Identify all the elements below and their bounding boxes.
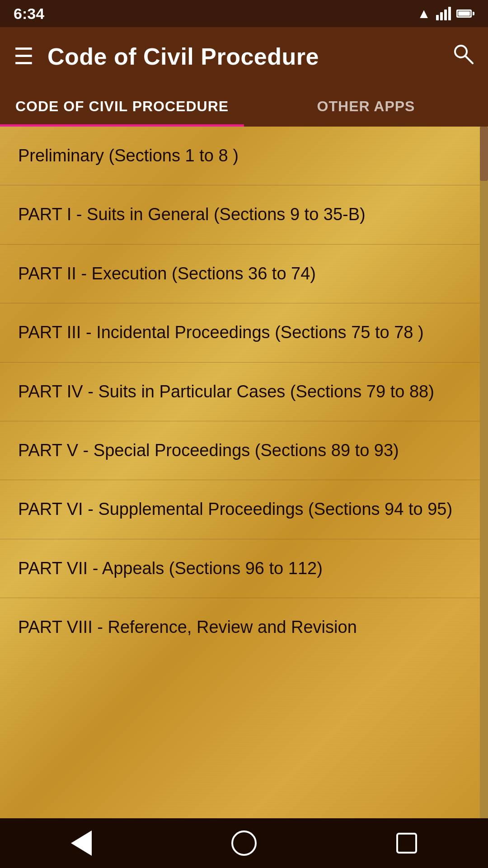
app-bar: ☰ Code of Civil Procedure [0, 27, 488, 86]
list-item-text: PART VIII - Reference, Review and Revisi… [18, 616, 357, 638]
app-title: Code of Civil Procedure [47, 43, 438, 70]
search-icon[interactable] [452, 42, 474, 71]
content-area: Preliminary (Sections 1 to 8 ) PART I - … [0, 127, 488, 818]
sections-list[interactable]: Preliminary (Sections 1 to 8 ) PART I - … [0, 127, 480, 818]
list-background: Preliminary (Sections 1 to 8 ) PART I - … [0, 127, 480, 818]
list-item[interactable]: PART VIII - Reference, Review and Revisi… [0, 598, 480, 656]
status-time: 6:34 [14, 5, 44, 23]
status-icons: ▲ [417, 6, 474, 21]
list-item[interactable]: PART IV - Suits in Particular Cases (Sec… [0, 363, 480, 421]
list-item[interactable]: PART III - Incidental Proceedings (Secti… [0, 303, 480, 362]
list-item-text: PART VI - Supplemental Proceedings (Sect… [18, 498, 452, 520]
recent-icon [396, 833, 417, 854]
list-item[interactable]: PART V - Special Proceedings (Sections 8… [0, 421, 480, 480]
tab-bar: CODE OF CIVIL PROCEDURE OTHER APPS [0, 86, 488, 127]
list-item-text: PART V - Special Proceedings (Sections 8… [18, 439, 399, 462]
list-item[interactable]: PART VII - Appeals (Sections 96 to 112) [0, 539, 480, 598]
tab-code-of-civil-procedure[interactable]: CODE OF CIVIL PROCEDURE [0, 86, 244, 127]
list-item-text: PART I - Suits in General (Sections 9 to… [18, 203, 366, 226]
list-item[interactable]: PART I - Suits in General (Sections 9 to… [0, 185, 480, 244]
list-item[interactable]: PART VI - Supplemental Proceedings (Sect… [0, 480, 480, 539]
scrollbar-thumb[interactable] [480, 127, 488, 181]
navigation-bar [0, 818, 488, 868]
wifi-icon: ▲ [417, 6, 431, 21]
scrollbar[interactable] [480, 127, 488, 818]
svg-line-1 [465, 56, 473, 63]
back-icon [71, 830, 92, 856]
battery-icon [456, 9, 474, 18]
list-item-text: PART VII - Appeals (Sections 96 to 112) [18, 557, 323, 580]
back-button[interactable] [63, 825, 99, 861]
list-item-text: Preliminary (Sections 1 to 8 ) [18, 145, 239, 167]
home-icon [231, 830, 257, 856]
list-item[interactable]: PART II - Execution (Sections 36 to 74) [0, 245, 480, 303]
list-item-text: PART III - Incidental Proceedings (Secti… [18, 321, 424, 344]
recents-button[interactable] [389, 825, 425, 861]
list-item-text: PART II - Execution (Sections 36 to 74) [18, 263, 316, 285]
home-button[interactable] [226, 825, 262, 861]
signal-icon [436, 7, 451, 20]
hamburger-menu-icon[interactable]: ☰ [14, 45, 34, 68]
list-item-text: PART IV - Suits in Particular Cases (Sec… [18, 381, 434, 403]
status-bar: 6:34 ▲ [0, 0, 488, 27]
tab-other-apps[interactable]: OTHER APPS [244, 86, 488, 127]
list-item[interactable]: Preliminary (Sections 1 to 8 ) [0, 127, 480, 185]
